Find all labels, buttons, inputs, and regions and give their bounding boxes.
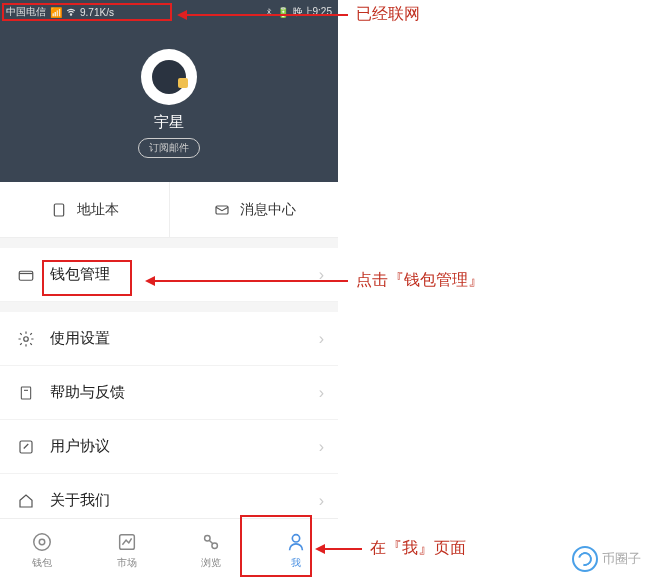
svg-rect-1: [55, 204, 64, 216]
mail-icon: [212, 200, 232, 220]
svg-rect-5: [21, 387, 30, 399]
user-agreement-item[interactable]: 用户协议 ›: [0, 420, 338, 474]
wallet-manage-item[interactable]: 钱包管理 ›: [0, 248, 338, 302]
username-label: 宇星: [154, 113, 184, 132]
svg-point-13: [292, 534, 299, 541]
nav-browse[interactable]: 浏览: [169, 519, 254, 580]
bottom-nav: 钱包 市场 浏览 我: [0, 518, 338, 580]
home-icon: [16, 491, 36, 511]
message-center-button[interactable]: 消息中心: [169, 182, 339, 237]
quick-actions-row: 地址本 消息中心: [0, 182, 338, 238]
market-tab-icon: [115, 530, 139, 554]
watermark-label: 币圈子: [602, 550, 641, 568]
nav-browse-label: 浏览: [201, 556, 221, 570]
arrow-annotation: [148, 280, 348, 282]
help-feedback-label: 帮助与反馈: [50, 383, 125, 402]
watermark-logo-icon: [572, 546, 598, 572]
nav-wallet[interactable]: 钱包: [0, 519, 85, 580]
svg-point-9: [40, 539, 46, 545]
carrier-label: 中国电信: [6, 5, 46, 19]
address-book-button[interactable]: 地址本: [0, 182, 169, 237]
nav-me-label: 我: [291, 556, 301, 570]
bookmark-icon: [49, 200, 69, 220]
chevron-right-icon: ›: [319, 492, 324, 510]
profile-header: 宇星 订阅邮件: [0, 24, 338, 182]
svg-point-8: [34, 533, 51, 550]
gear-icon: [16, 329, 36, 349]
address-book-label: 地址本: [77, 201, 119, 219]
signal-icon: 📶: [50, 7, 62, 18]
edit-icon: [16, 437, 36, 457]
wallet-icon: [16, 265, 36, 285]
arrow-annotation: [180, 14, 348, 16]
chevron-right-icon: ›: [319, 438, 324, 456]
chevron-right-icon: ›: [319, 384, 324, 402]
user-agreement-label: 用户协议: [50, 437, 110, 456]
chevron-right-icon: ›: [319, 330, 324, 348]
arrow-annotation: [318, 548, 362, 550]
svg-point-0: [70, 14, 71, 15]
nav-wallet-label: 钱包: [32, 556, 52, 570]
status-bar: 中国电信 📶 9.71K/s 🔋 晚上9:25: [0, 0, 338, 24]
avatar[interactable]: [141, 49, 197, 105]
help-feedback-item[interactable]: 帮助与反馈 ›: [0, 366, 338, 420]
settings-label: 使用设置: [50, 329, 110, 348]
svg-rect-3: [19, 271, 33, 280]
about-us-label: 关于我们: [50, 491, 110, 510]
nav-market-label: 市场: [117, 556, 137, 570]
wallet-tab-icon: [30, 530, 54, 554]
settings-item[interactable]: 使用设置 ›: [0, 312, 338, 366]
nav-market[interactable]: 市场: [85, 519, 170, 580]
browse-tab-icon: [199, 530, 223, 554]
net-speed: 9.71K/s: [80, 7, 114, 18]
message-center-label: 消息中心: [240, 201, 296, 219]
svg-point-4: [24, 336, 29, 341]
doc-icon: [16, 383, 36, 403]
person-tab-icon: [284, 530, 308, 554]
subscribe-button[interactable]: 订阅邮件: [138, 138, 200, 158]
watermark: 币圈子: [572, 546, 641, 572]
annotation-click-wallet: 点击『钱包管理』: [356, 270, 484, 291]
wifi-icon: [66, 7, 76, 17]
annotation-connected: 已经联网: [356, 4, 420, 25]
annotation-me-page: 在『我』页面: [370, 538, 466, 559]
wallet-manage-label: 钱包管理: [50, 265, 110, 284]
clock-label: 晚上9:25: [293, 5, 332, 19]
